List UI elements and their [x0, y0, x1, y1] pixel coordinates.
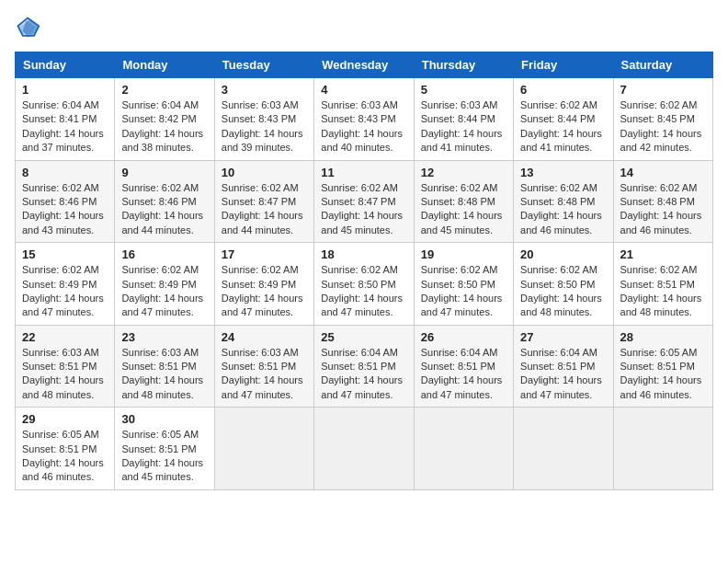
- sunset-label: Sunset: 8:51 PM: [321, 361, 395, 372]
- sunrise-label: Sunrise: 6:02 AM: [421, 264, 498, 275]
- day-info: Sunrise: 6:02 AM Sunset: 8:48 PM Dayligh…: [520, 181, 606, 238]
- daylight-label: Daylight: 14 hours and 47 minutes.: [421, 293, 503, 317]
- table-row: 24 Sunrise: 6:03 AM Sunset: 8:51 PM Dayl…: [214, 325, 313, 408]
- sunset-label: Sunset: 8:44 PM: [421, 113, 495, 124]
- day-number: 17: [222, 247, 307, 261]
- daylight-label: Daylight: 14 hours and 46 minutes.: [620, 374, 702, 399]
- col-wednesday: Wednesday: [314, 52, 414, 78]
- sunrise-label: Sunrise: 6:03 AM: [222, 347, 299, 358]
- sunset-label: Sunset: 8:47 PM: [222, 196, 296, 207]
- daylight-label: Daylight: 14 hours and 47 minutes.: [321, 293, 403, 317]
- day-info: Sunrise: 6:03 AM Sunset: 8:44 PM Dayligh…: [421, 98, 506, 155]
- sunrise-label: Sunrise: 6:05 AM: [22, 429, 99, 440]
- sunrise-label: Sunrise: 6:03 AM: [421, 99, 498, 110]
- table-row: 17 Sunrise: 6:02 AM Sunset: 8:49 PM Dayl…: [214, 243, 313, 326]
- daylight-label: Daylight: 14 hours and 43 minutes.: [22, 210, 104, 235]
- day-info: Sunrise: 6:02 AM Sunset: 8:50 PM Dayligh…: [421, 263, 506, 320]
- sunrise-label: Sunrise: 6:04 AM: [520, 347, 597, 358]
- day-number: 13: [520, 166, 606, 179]
- sunset-label: Sunset: 8:49 PM: [222, 279, 296, 290]
- daylight-label: Daylight: 14 hours and 38 minutes.: [121, 128, 203, 153]
- sunset-label: Sunset: 8:46 PM: [121, 196, 196, 207]
- day-number: 16: [121, 247, 207, 261]
- day-info: Sunrise: 6:03 AM Sunset: 8:51 PM Dayligh…: [222, 346, 307, 403]
- sunset-label: Sunset: 8:51 PM: [121, 361, 196, 372]
- daylight-label: Daylight: 14 hours and 48 minutes.: [22, 374, 104, 399]
- day-info: Sunrise: 6:02 AM Sunset: 8:48 PM Dayligh…: [421, 181, 506, 238]
- day-info: Sunrise: 6:02 AM Sunset: 8:45 PM Dayligh…: [620, 98, 706, 155]
- sunset-label: Sunset: 8:45 PM: [620, 113, 695, 124]
- day-info: Sunrise: 6:04 AM Sunset: 8:51 PM Dayligh…: [421, 346, 506, 403]
- table-row: [314, 408, 414, 490]
- day-info: Sunrise: 6:03 AM Sunset: 8:51 PM Dayligh…: [22, 346, 108, 403]
- day-info: Sunrise: 6:05 AM Sunset: 8:51 PM Dayligh…: [121, 428, 207, 485]
- day-number: 30: [121, 412, 207, 426]
- table-row: 3 Sunrise: 6:03 AM Sunset: 8:43 PM Dayli…: [214, 78, 313, 161]
- day-info: Sunrise: 6:02 AM Sunset: 8:49 PM Dayligh…: [121, 263, 207, 320]
- day-info: Sunrise: 6:02 AM Sunset: 8:50 PM Dayligh…: [321, 263, 406, 320]
- calendar-table: Sunday Monday Tuesday Wednesday Thursday…: [15, 52, 713, 490]
- sunset-label: Sunset: 8:51 PM: [22, 361, 97, 372]
- sunset-label: Sunset: 8:43 PM: [321, 113, 395, 124]
- day-number: 14: [620, 166, 706, 179]
- daylight-label: Daylight: 14 hours and 47 minutes.: [121, 293, 203, 317]
- day-info: Sunrise: 6:03 AM Sunset: 8:51 PM Dayligh…: [121, 346, 207, 403]
- col-monday: Monday: [115, 52, 214, 78]
- day-number: 15: [22, 247, 108, 261]
- sunrise-label: Sunrise: 6:02 AM: [222, 264, 299, 275]
- daylight-label: Daylight: 14 hours and 46 minutes.: [520, 210, 602, 235]
- day-number: 29: [22, 412, 108, 426]
- table-row: 21 Sunrise: 6:02 AM Sunset: 8:51 PM Dayl…: [613, 243, 712, 326]
- sunset-label: Sunset: 8:41 PM: [22, 113, 97, 124]
- day-number: 19: [421, 247, 506, 261]
- sunrise-label: Sunrise: 6:02 AM: [620, 264, 698, 275]
- day-info: Sunrise: 6:02 AM Sunset: 8:46 PM Dayligh…: [121, 181, 207, 238]
- table-row: [214, 408, 313, 490]
- sunset-label: Sunset: 8:51 PM: [620, 361, 695, 372]
- day-number: 5: [421, 83, 506, 97]
- table-row: 30 Sunrise: 6:05 AM Sunset: 8:51 PM Dayl…: [115, 408, 214, 490]
- col-sunday: Sunday: [16, 52, 115, 78]
- sunset-label: Sunset: 8:46 PM: [22, 196, 97, 207]
- sunrise-label: Sunrise: 6:03 AM: [321, 99, 398, 110]
- daylight-label: Daylight: 14 hours and 47 minutes.: [22, 293, 104, 317]
- day-number: 27: [520, 330, 606, 344]
- day-info: Sunrise: 6:03 AM Sunset: 8:43 PM Dayligh…: [222, 98, 307, 155]
- sunrise-label: Sunrise: 6:02 AM: [520, 182, 597, 193]
- day-info: Sunrise: 6:02 AM Sunset: 8:47 PM Dayligh…: [321, 181, 406, 238]
- table-row: [514, 408, 613, 490]
- day-info: Sunrise: 6:02 AM Sunset: 8:50 PM Dayligh…: [520, 263, 606, 320]
- sunrise-label: Sunrise: 6:03 AM: [22, 347, 99, 358]
- day-number: 4: [321, 83, 406, 97]
- table-row: 23 Sunrise: 6:03 AM Sunset: 8:51 PM Dayl…: [115, 325, 214, 408]
- daylight-label: Daylight: 14 hours and 40 minutes.: [321, 128, 403, 153]
- day-number: 11: [321, 166, 406, 179]
- table-row: 15 Sunrise: 6:02 AM Sunset: 8:49 PM Dayl…: [16, 243, 115, 326]
- daylight-label: Daylight: 14 hours and 45 minutes.: [321, 210, 403, 235]
- sunrise-label: Sunrise: 6:02 AM: [321, 182, 398, 193]
- table-row: 5 Sunrise: 6:03 AM Sunset: 8:44 PM Dayli…: [414, 78, 513, 161]
- day-info: Sunrise: 6:04 AM Sunset: 8:42 PM Dayligh…: [121, 98, 207, 155]
- sunrise-label: Sunrise: 6:02 AM: [321, 264, 398, 275]
- day-number: 7: [620, 83, 706, 97]
- daylight-label: Daylight: 14 hours and 39 minutes.: [222, 128, 303, 153]
- daylight-label: Daylight: 14 hours and 47 minutes.: [222, 374, 303, 399]
- daylight-label: Daylight: 14 hours and 41 minutes.: [520, 128, 602, 153]
- table-row: 25 Sunrise: 6:04 AM Sunset: 8:51 PM Dayl…: [314, 325, 414, 408]
- day-number: 18: [321, 247, 406, 261]
- sunrise-label: Sunrise: 6:02 AM: [620, 182, 698, 193]
- daylight-label: Daylight: 14 hours and 46 minutes.: [620, 210, 702, 235]
- calendar-week-row: 29 Sunrise: 6:05 AM Sunset: 8:51 PM Dayl…: [16, 408, 713, 490]
- sunrise-label: Sunrise: 6:03 AM: [222, 99, 299, 110]
- table-row: 13 Sunrise: 6:02 AM Sunset: 8:48 PM Dayl…: [514, 160, 613, 243]
- sunset-label: Sunset: 8:51 PM: [620, 279, 695, 290]
- daylight-label: Daylight: 14 hours and 45 minutes.: [121, 457, 203, 482]
- table-row: 22 Sunrise: 6:03 AM Sunset: 8:51 PM Dayl…: [16, 325, 115, 408]
- sunset-label: Sunset: 8:49 PM: [121, 279, 196, 290]
- daylight-label: Daylight: 14 hours and 48 minutes.: [520, 293, 602, 317]
- day-number: 24: [222, 330, 307, 344]
- daylight-label: Daylight: 14 hours and 47 minutes.: [222, 293, 303, 317]
- calendar-week-row: 22 Sunrise: 6:03 AM Sunset: 8:51 PM Dayl…: [16, 325, 713, 408]
- day-number: 9: [121, 166, 207, 179]
- table-row: 12 Sunrise: 6:02 AM Sunset: 8:48 PM Dayl…: [414, 160, 513, 243]
